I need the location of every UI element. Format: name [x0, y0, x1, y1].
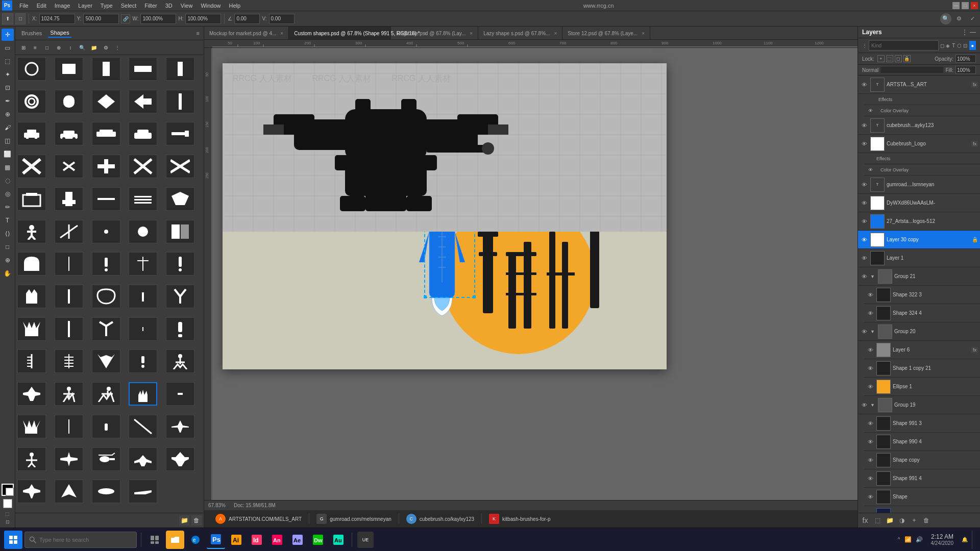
- menu-filter[interactable]: Filter: [140, 0, 161, 11]
- create-group-btn[interactable]: 📁: [885, 515, 895, 525]
- auto-select[interactable]: □: [15, 13, 26, 24]
- layer-vis-g20[interactable]: 👁: [860, 328, 868, 336]
- shape-vehicle2[interactable]: [129, 122, 157, 145]
- shape-wide-vehicle[interactable]: [92, 122, 120, 145]
- animate-btn[interactable]: An: [268, 531, 286, 549]
- shape-capsule[interactable]: [55, 90, 83, 113]
- layer-vis-scopy[interactable]: 👁: [866, 456, 874, 464]
- shape-concorde[interactable]: [129, 480, 157, 503]
- layers-arrange-btn[interactable]: ⋮: [962, 29, 968, 36]
- layer-vis-dywxd[interactable]: 👁: [860, 199, 868, 207]
- shape-tank1[interactable]: [17, 122, 46, 145]
- lasso-tool[interactable]: ⬚: [2, 55, 14, 67]
- move-tool-options[interactable]: ⬆: [2, 13, 13, 24]
- foreground-color[interactable]: [2, 484, 14, 496]
- path-tool[interactable]: ⟨⟩: [2, 228, 14, 240]
- h-input[interactable]: [185, 14, 221, 24]
- layer-artsta[interactable]: 👁 T ARTSTA...S_ART fx: [858, 76, 980, 94]
- layer-ellipse-1[interactable]: 👁 Ellipse 1: [864, 378, 980, 396]
- magic-wand-tool[interactable]: ✦: [2, 68, 14, 81]
- shape-circle[interactable]: [17, 57, 46, 81]
- shape-spine[interactable]: [17, 349, 46, 373]
- gear-icon[interactable]: ⚙: [953, 13, 965, 24]
- angle-input[interactable]: [234, 14, 260, 24]
- layers-kind-search[interactable]: [869, 40, 939, 51]
- file-explorer-btn[interactable]: [166, 531, 184, 549]
- hand-tool[interactable]: ✋: [2, 267, 14, 280]
- indesign-btn[interactable]: Id: [248, 531, 266, 549]
- shape-small-mark[interactable]: [129, 349, 157, 373]
- layer-vis-gumroad[interactable]: 👁: [860, 181, 868, 189]
- close-tab-3[interactable]: ×: [554, 31, 557, 36]
- maximize-btn[interactable]: □: [962, 2, 969, 9]
- delete-layer-btn[interactable]: 🗑: [921, 515, 932, 525]
- layer-vis-s322[interactable]: 👁: [866, 291, 874, 299]
- add-mask-btn[interactable]: ⬚: [872, 515, 883, 525]
- shape-figure-alt[interactable]: [92, 382, 120, 406]
- search-icon[interactable]: 🔍: [940, 13, 951, 24]
- layer-30-copy[interactable]: 👁 Layer 30 copy 🔒: [858, 231, 980, 249]
- zoom-tool[interactable]: ⊕: [2, 254, 14, 266]
- menu-file[interactable]: File: [15, 0, 33, 11]
- shape-weapon[interactable]: [166, 122, 194, 145]
- y-input[interactable]: [83, 14, 119, 24]
- layer-vis-g21[interactable]: 👁: [860, 272, 868, 281]
- shape-x-small[interactable]: [55, 155, 83, 178]
- menu-edit[interactable]: Edit: [33, 0, 51, 11]
- shapes-filter[interactable]: ⊕: [54, 42, 64, 53]
- shape-circle-outline[interactable]: [17, 90, 46, 113]
- layer-vis-g19[interactable]: 👁: [860, 401, 868, 409]
- layer-shape1-copy21[interactable]: 👁 Shape 1 copy 21: [864, 359, 980, 378]
- shape-screws[interactable]: [55, 349, 83, 373]
- layer-cubebrush-logo[interactable]: 👁 Cubebrush_Logo fx: [858, 135, 980, 153]
- layer-dywxd[interactable]: 👁 DyWXd86UwAAsLM-: [858, 194, 980, 212]
- shape-tower[interactable]: [55, 187, 83, 211]
- menu-select[interactable]: Select: [117, 0, 141, 11]
- background-color[interactable]: [3, 499, 12, 508]
- lock-artboard-btn[interactable]: ◻: [895, 55, 902, 62]
- close-btn[interactable]: ×: [971, 2, 978, 9]
- layer-vis-co2[interactable]: 👁: [866, 166, 874, 174]
- canvas-workspace[interactable]: 50 100 150 200 250: [204, 48, 857, 500]
- shape-human-figure[interactable]: [166, 349, 194, 373]
- volume-icon[interactable]: 🔊: [916, 536, 923, 543]
- shape-narrow[interactable]: [55, 285, 83, 308]
- shape-figure3[interactable]: [17, 447, 46, 471]
- shapes-sort[interactable]: ↕: [65, 42, 76, 53]
- shape-dot[interactable]: [92, 220, 120, 243]
- type-tool[interactable]: T: [2, 214, 14, 227]
- shape-delta[interactable]: [55, 480, 83, 503]
- create-folder-btn[interactable]: 📁: [179, 515, 189, 525]
- taskbar-search-input[interactable]: [39, 537, 132, 543]
- dreamweaver-btn[interactable]: Dw: [309, 531, 327, 549]
- shape-figure-running[interactable]: [55, 382, 83, 406]
- check-icon[interactable]: ✓: [967, 13, 978, 24]
- shapes-search[interactable]: 🔍: [77, 42, 87, 53]
- shape-prop1[interactable]: [55, 220, 83, 243]
- menu-window[interactable]: Window: [197, 0, 225, 11]
- menu-image[interactable]: Image: [51, 0, 75, 11]
- menu-layer[interactable]: Layer: [74, 0, 96, 11]
- stamp-tool[interactable]: ◫: [2, 135, 14, 147]
- layer-vis-s1c21[interactable]: 👁: [866, 364, 874, 372]
- shapes-tab[interactable]: Shapes: [48, 29, 71, 38]
- shape-multi-spike[interactable]: [17, 317, 46, 341]
- layer-vis-30-copy[interactable]: 👁: [860, 236, 868, 244]
- shape-tiny-mark[interactable]: [92, 415, 120, 438]
- show-desktop-btn[interactable]: [972, 531, 976, 549]
- layer-vis-l6[interactable]: 👁: [866, 346, 874, 354]
- opacity-input[interactable]: [955, 55, 976, 63]
- tab-store[interactable]: Store 12.psd @ 67.8% (Laye... ×: [562, 27, 650, 40]
- shape-thin-rect[interactable]: [166, 57, 194, 81]
- layer-vis-cb-text[interactable]: 👁: [860, 121, 868, 130]
- marquee-tool[interactable]: ▭: [2, 42, 14, 54]
- aftereffects-btn[interactable]: Ae: [288, 531, 307, 549]
- fill-input[interactable]: [955, 66, 976, 74]
- layer-group-19[interactable]: 👁 ▼ Group 19: [858, 396, 980, 414]
- shape-x-large[interactable]: [17, 155, 46, 178]
- layers-collapse-btn[interactable]: —: [970, 29, 976, 36]
- layer-vis-s9913[interactable]: 👁: [866, 419, 874, 428]
- network-icon[interactable]: 📶: [904, 536, 912, 543]
- shape-group1[interactable]: [166, 220, 194, 243]
- menu-view[interactable]: View: [177, 0, 197, 11]
